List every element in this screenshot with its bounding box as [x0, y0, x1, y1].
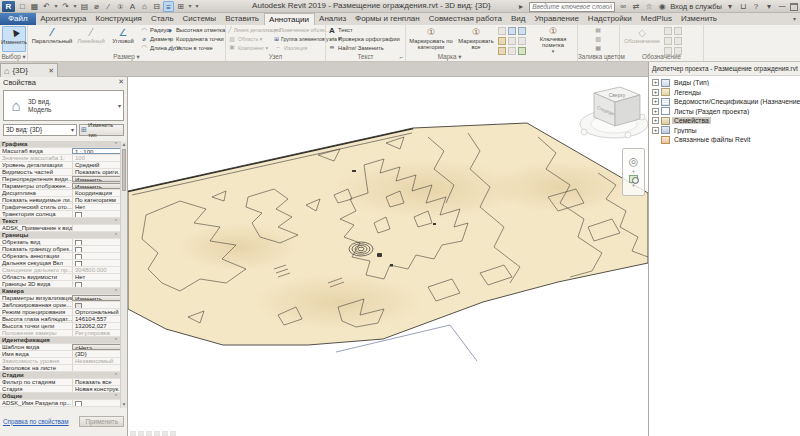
property-value[interactable] [72, 302, 121, 308]
panel-label-detail[interactable]: Узел [226, 53, 325, 61]
user-icon[interactable]: ◉ [657, 2, 667, 12]
ribbon-tab[interactable]: Управление [530, 13, 583, 25]
property-value[interactable]: Средний [72, 162, 121, 168]
type-selector-dropdown-icon[interactable]: ▾ [118, 102, 121, 109]
element-filter-select[interactable]: 3D вид: {3D} ▾ [3, 124, 77, 136]
property-row[interactable]: Стадия Новая конструк... [0, 386, 121, 393]
property-row[interactable]: Стадии [0, 372, 121, 379]
area-tag-icon[interactable] [518, 27, 526, 35]
view-control-bar-partial[interactable] [130, 431, 176, 436]
property-row[interactable]: Положение камеры Регулировка [0, 330, 121, 337]
browser-tree-item[interactable]: Легенды [649, 88, 800, 98]
tree-expander-icon[interactable] [652, 108, 659, 115]
properties-scrollbar[interactable]: ▲ ▼ [120, 141, 127, 408]
tag-qat-icon[interactable] [115, 1, 126, 12]
tree-expander-icon[interactable] [652, 79, 659, 86]
tree-expander-icon[interactable] [652, 98, 659, 105]
property-value[interactable]: 1 : 100 [72, 148, 121, 154]
property-value[interactable] [72, 260, 121, 266]
property-value[interactable] [72, 253, 121, 259]
ribbon-tab[interactable]: Вид [506, 13, 529, 25]
tag-by-category-button[interactable]: Маркировать по категории [408, 26, 454, 52]
find-replace-button[interactable]: Найти/ Заменить [328, 43, 404, 52]
redo-dropdown-icon[interactable]: ▾ [72, 1, 78, 12]
panel-label-tag[interactable]: Марка ▾ [406, 53, 493, 61]
property-row[interactable]: Переопределения види... Изменить... [0, 176, 121, 183]
help-dropdown-icon[interactable]: ▾ [764, 2, 774, 12]
tree-expander-icon[interactable] [652, 89, 659, 96]
color-fill-legend-icon[interactable]: ▦ [593, 45, 603, 52]
file-menu-button[interactable]: Файл [0, 13, 36, 25]
pipe-legend-icon[interactable]: ▥ [593, 36, 603, 43]
keynote-button[interactable]: Ключевая пометка ▾ [530, 26, 576, 52]
property-value[interactable]: Регулировка [72, 330, 121, 336]
ribbon-display-toggle-icon[interactable]: ▾ [793, 15, 796, 22]
property-row[interactable]: Дальняя секущая Вкл [0, 260, 121, 267]
property-row[interactable]: Обрезать аннотации [0, 253, 121, 260]
property-row[interactable]: Дисциплина Координация [0, 190, 121, 197]
tree-expander-icon[interactable] [652, 127, 659, 134]
property-row[interactable]: Режим проецирования Ортогональный [0, 309, 121, 316]
property-row[interactable]: Графический стиль ото... Нет [0, 204, 121, 211]
drawing-area[interactable]: Сверху Спереди ▾ ▾ [128, 77, 648, 436]
ribbon-tab[interactable]: Совместная работа [424, 13, 506, 25]
panel-label-symbol[interactable]: Обозначение [620, 53, 703, 61]
viewcube-top-label[interactable]: Сверху [609, 92, 626, 98]
browser-tree-item[interactable]: Семейства [649, 116, 800, 126]
type-selector[interactable]: ⌂ 3D вид, Модель ▾ [3, 90, 124, 121]
angular-dimension-button[interactable]: Угловой [108, 26, 138, 52]
property-row[interactable]: Область видимости Нет [0, 274, 121, 281]
view-tab-3d[interactable]: {3D} ✕ [0, 63, 58, 77]
property-value[interactable]: Новая конструк... [72, 386, 121, 392]
sign-in-label[interactable]: Вход в службы [670, 2, 722, 11]
spelling-button[interactable]: Проверка орфографии [328, 35, 404, 44]
property-value[interactable] [72, 400, 121, 406]
property-value[interactable]: <Нет> [72, 344, 121, 350]
property-row[interactable]: Камера [0, 288, 121, 295]
property-value[interactable]: Изменить... [72, 176, 121, 182]
property-value[interactable] [72, 365, 121, 371]
ribbon-tab[interactable]: MedPlus [636, 13, 676, 25]
section-icon[interactable] [151, 1, 162, 12]
property-row[interactable]: Графика [0, 141, 121, 148]
property-value[interactable]: Координация [72, 190, 121, 196]
property-value[interactable] [72, 225, 121, 231]
property-row[interactable]: Заблокированная орие... [0, 302, 121, 309]
scrollbar-thumb[interactable] [122, 149, 126, 191]
measure-icon[interactable] [91, 1, 102, 12]
scroll-up-icon[interactable]: ▲ [121, 141, 127, 148]
property-row[interactable]: Значение масштаба 1: 100 [0, 155, 121, 162]
property-row[interactable]: Имя вида {3D} [0, 351, 121, 358]
duct-legend-icon[interactable]: ▤ [593, 27, 603, 34]
tread-number-icon[interactable] [498, 47, 506, 55]
property-row[interactable]: Текст [0, 218, 121, 225]
property-row[interactable]: Высота глаза наблюдат... 146104,557 [0, 316, 121, 323]
property-row[interactable]: Зависимость уровня Независимый [0, 358, 121, 365]
property-row[interactable]: Заголовок на листе [0, 365, 121, 372]
property-row[interactable]: Идентификация [0, 337, 121, 344]
property-row[interactable]: Показать невидимые ли... По категориям [0, 197, 121, 204]
infocenter-collapse-icon[interactable]: ▸ [516, 2, 526, 12]
properties-close-icon[interactable]: ✕ [118, 78, 124, 87]
property-value[interactable]: Изменить... [72, 183, 121, 189]
property-value[interactable]: Ортогональный [72, 309, 121, 315]
text-dialog-launcher-icon[interactable]: ⌐ [399, 54, 403, 60]
property-value[interactable] [72, 239, 121, 245]
property-row[interactable]: ADSK_Примечание к виду [0, 225, 121, 232]
ribbon-tab[interactable]: Вставить [221, 13, 264, 25]
aligned-dimension-qat-icon[interactable] [103, 1, 114, 12]
modify-button[interactable]: Изменить [2, 26, 26, 52]
property-row[interactable]: ADSK_Имя Раздела пр... [0, 400, 121, 407]
property-value[interactable]: Показать все [72, 379, 121, 385]
apply-button[interactable]: Применить [79, 416, 124, 427]
property-row[interactable]: Обрезать вид [0, 239, 121, 246]
browser-tree-item[interactable]: Связанные файлы Revit [649, 135, 800, 145]
view-cube[interactable]: Сверху Спереди [580, 87, 648, 138]
property-row[interactable]: Шаблон вида <Нет> [0, 344, 121, 351]
property-row[interactable]: Траектория солнца [0, 211, 121, 218]
redo-icon[interactable] [60, 1, 71, 12]
aligned-dimension-button[interactable]: Параллельный [30, 26, 74, 52]
property-value[interactable] [72, 211, 121, 217]
zoom-dropdown-icon[interactable]: ▾ [632, 184, 634, 188]
property-value[interactable]: По категориям [72, 197, 121, 203]
